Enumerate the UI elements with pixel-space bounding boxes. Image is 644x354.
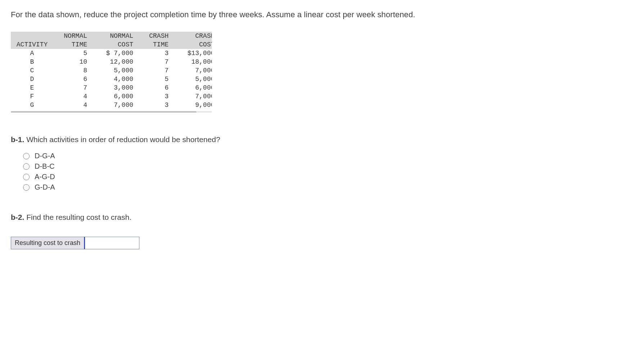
cell-ctime: 3 [135, 49, 170, 58]
question-b1-prefix: b-1. [11, 135, 24, 144]
cell-ccost: 9,000 [170, 101, 212, 109]
radio-option-0[interactable] [23, 153, 30, 159]
header-activity: ACTIVITY [11, 40, 53, 49]
option-label: D-B-C [35, 162, 55, 171]
cell-ntime: 8 [53, 66, 89, 75]
cell-ncost: 12,000 [89, 58, 135, 66]
header-normal-cost: COST [89, 40, 135, 49]
cell-ccost: 6,000 [170, 83, 212, 92]
table-row: G 4 7,000 3 9,000 [11, 101, 212, 109]
option-a-g-d[interactable]: A-G-D [23, 173, 633, 181]
resulting-cost-input[interactable] [84, 237, 139, 249]
cell-activity: E [11, 83, 53, 92]
problem-statement: For the data shown, reduce the project c… [11, 10, 633, 19]
question-b1-options: D-G-A D-B-C A-G-D G-D-A [23, 152, 633, 191]
question-b1-body: Which activities in order of reduction w… [26, 135, 220, 144]
cell-ccost: 7,000 [170, 92, 212, 101]
data-table-wrap: NORMAL NORMAL CRASH CRASH ACTIVITY TIME … [11, 32, 212, 114]
header-crash-1: CRASH [135, 32, 170, 40]
cell-ccost: $13,000 [170, 49, 212, 58]
cell-ncost: 6,000 [89, 92, 135, 101]
header-normal-2: NORMAL [89, 32, 135, 40]
option-d-g-a[interactable]: D-G-A [23, 152, 633, 160]
answer-label: Resulting cost to crash [11, 237, 84, 249]
header-blank [11, 32, 53, 40]
answer-row: Resulting cost to crash [11, 237, 139, 249]
cell-ntime: 10 [53, 58, 89, 66]
cell-ncost: $ 7,000 [89, 49, 135, 58]
cell-ncost: 5,000 [89, 66, 135, 75]
question-b1: b-1. Which activities in order of reduct… [11, 135, 633, 191]
cell-ntime: 5 [53, 49, 89, 58]
header-normal-1: NORMAL [53, 32, 89, 40]
table-header-row-2: ACTIVITY TIME COST TIME COST [11, 40, 212, 49]
cell-ncost: 4,000 [89, 75, 135, 83]
table-header-row-1: NORMAL NORMAL CRASH CRASH [11, 32, 212, 40]
radio-option-2[interactable] [23, 174, 30, 180]
cell-activity: C [11, 66, 53, 75]
cell-activity: A [11, 49, 53, 58]
cell-ccost: 7,000 [170, 66, 212, 75]
table-row: B 10 12,000 7 18,000 [11, 58, 212, 66]
question-b2-body: Find the resulting cost to crash. [26, 213, 131, 221]
table-row: D 6 4,000 5 5,000 [11, 75, 212, 83]
cell-ncost: 3,000 [89, 83, 135, 92]
question-b2-text: b-2. Find the resulting cost to crash. [11, 213, 633, 222]
table-row: E 7 3,000 6 6,000 [11, 83, 212, 92]
cell-ccost: 18,000 [170, 58, 212, 66]
table-row: C 8 5,000 7 7,000 [11, 66, 212, 75]
question-b2: b-2. Find the resulting cost to crash. R… [11, 213, 633, 249]
header-crash-cost: COST [170, 40, 212, 49]
question-b2-prefix: b-2. [11, 213, 24, 221]
cell-ctime: 7 [135, 66, 170, 75]
cell-activity: G [11, 101, 53, 109]
table-row: A 5 $ 7,000 3 $13,000 [11, 49, 212, 58]
header-crash-time: TIME [135, 40, 170, 49]
cell-ctime: 7 [135, 58, 170, 66]
cell-ntime: 6 [53, 75, 89, 83]
cell-activity: D [11, 75, 53, 83]
question-b1-text: b-1. Which activities in order of reduct… [11, 135, 633, 144]
cell-ctime: 5 [135, 75, 170, 83]
radio-option-3[interactable] [23, 184, 30, 191]
option-label: G-D-A [35, 183, 55, 191]
option-label: A-G-D [35, 173, 55, 181]
cell-ctime: 3 [135, 101, 170, 109]
table-horizontal-scrollbar[interactable] [11, 110, 212, 114]
header-normal-time: TIME [53, 40, 89, 49]
cell-ncost: 7,000 [89, 101, 135, 109]
cell-ntime: 4 [53, 101, 89, 109]
cell-ntime: 7 [53, 83, 89, 92]
cell-activity: B [11, 58, 53, 66]
radio-option-1[interactable] [23, 163, 30, 170]
cell-activity: F [11, 92, 53, 101]
activity-data-table: NORMAL NORMAL CRASH CRASH ACTIVITY TIME … [11, 32, 212, 109]
option-g-d-a[interactable]: G-D-A [23, 183, 633, 191]
cell-ctime: 3 [135, 92, 170, 101]
cell-ccost: 5,000 [170, 75, 212, 83]
table-row: F 4 6,000 3 7,000 [11, 92, 212, 101]
cell-ctime: 6 [135, 83, 170, 92]
option-d-b-c[interactable]: D-B-C [23, 162, 633, 171]
option-label: D-G-A [35, 152, 55, 160]
header-crash-2: CRASH [170, 32, 212, 40]
cell-ntime: 4 [53, 92, 89, 101]
